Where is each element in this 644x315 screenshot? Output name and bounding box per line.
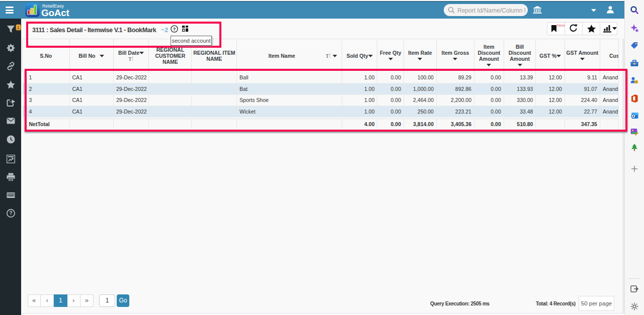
svg-text:$: $ — [635, 80, 637, 83]
svg-text:T: T — [128, 56, 132, 62]
svg-text:?: ? — [9, 210, 12, 216]
svg-text:T: T — [326, 53, 329, 59]
